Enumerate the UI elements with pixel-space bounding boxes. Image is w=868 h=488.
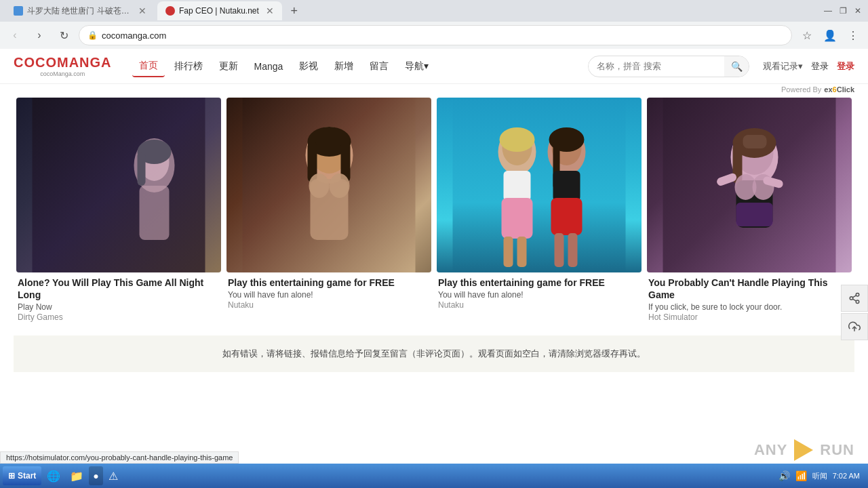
url-status-text: https://hotsimulator.com/you-probably-ca… [6,453,233,462]
ad-image-svg-3 [437,98,642,272]
ad-title-3: Play this entertaining game for FREE [438,277,640,289]
ad-card-4[interactable]: You Probably Can't Handle Playing This G… [644,95,854,329]
exoclick-logo: ex6Click [824,85,854,94]
ad-card-3[interactable]: Play this entertaining game for FREE You… [434,95,644,329]
ad-subtitle-3: You will have fun alone! [438,290,640,300]
svg-rect-2 [140,186,170,240]
chrome-icon: ● [93,470,98,481]
share-icon-button[interactable] [841,285,868,312]
nav-ranking[interactable]: 排行榜 [167,56,210,77]
windows-icon: ⊞ [8,471,15,481]
search-bar: 🔍 [588,56,749,77]
alert-icon: ⚠ [108,470,118,483]
ad-text-4: You Probably Can't Handle Playing This G… [647,272,852,326]
powered-by-bar: Powered By ex6Click [0,84,868,95]
ad-text-1: Alone? You Will Play This Game All Night… [16,272,221,326]
nav-guide[interactable]: 导航▾ [398,56,435,77]
ad-subtitle-4: If you click, be sure to lock your door. [648,302,850,312]
upload-icon [848,321,861,333]
language-indicator: 听闻 [812,471,827,481]
title-bar: 斗罗大陆 绝世唐门 斗破苍穹 星武神殿 ✕ Fap CEO | Nutaku.n… [0,0,868,22]
tab-active[interactable]: Fap CEO | Nutaku.net ✕ [157,1,282,20]
ad-subtitle-1: Play Now [18,302,220,312]
taskbar-explorer[interactable]: 📁 [66,466,87,485]
svg-line-47 [852,296,856,298]
nav-update[interactable]: 更新 [212,56,245,77]
ad-title-2: Play this entertaining game for FREE [228,277,430,289]
ad-image-svg-4 [647,98,852,272]
watch-history-link[interactable]: 观看记录▾ [763,60,803,73]
lock-icon: 🔒 [87,30,98,40]
bottom-notice: 如有错误，请将链接、报错信息给予回复至留言（非评论页面）。观看页面如空白，请清除… [14,336,854,372]
nav-new[interactable]: 新增 [328,56,360,77]
volume-icon[interactable]: 🔊 [778,470,790,481]
register-button[interactable]: 登录 [837,60,854,73]
ad-text-3: Play this entertaining game for FREE You… [437,272,642,314]
ad-image-svg-1 [16,98,221,272]
tab-bar: 斗罗大陆 绝世唐门 斗破苍穹 星武神殿 ✕ Fap CEO | Nutaku.n… [5,1,304,20]
refresh-button[interactable]: ↻ [54,26,73,45]
ad-card-2[interactable]: Play this entertaining game for FREE You… [224,95,434,329]
svg-point-45 [856,300,859,304]
start-button[interactable]: ⊞ Start [3,466,41,485]
nav-home[interactable]: 首页 [132,56,165,77]
search-input[interactable] [589,61,724,71]
ad-title-4: You Probably Can't Handle Playing This G… [648,277,850,301]
account-icon[interactable]: 👤 [821,26,840,45]
nav-message[interactable]: 留言 [363,56,395,77]
powered-by-label: Powered By [781,85,821,94]
address-box[interactable]: 🔒 cocomanga.com [79,25,792,45]
svg-rect-20 [502,198,533,239]
site-nav-links: 首页 排行榜 更新 Manga 影视 新增 留言 导航▾ [132,56,436,77]
bottom-notice-text: 如有错误，请将链接、报错信息给予回复至留言（非评论页面）。观看页面如空白，请清除… [222,348,646,359]
tab-close-2[interactable]: ✕ [266,5,274,16]
tab-title-1: 斗罗大陆 绝世唐门 斗破苍穹 星武神殿 [27,5,132,17]
ad-title-1: Alone? You Will Play This Game All Night… [18,277,220,301]
svg-point-44 [850,297,853,300]
maximize-button[interactable]: ❐ [838,6,848,16]
address-bar-row: ‹ › ↻ 🔒 cocomanga.com ☆ 👤 ⋮ [0,22,868,49]
svg-rect-40 [736,203,773,226]
tab-title-2: Fap CEO | Nutaku.net [179,6,259,16]
svg-rect-27 [553,171,580,201]
bookmark-icon[interactable]: ☆ [797,26,816,45]
new-tab-button[interactable]: + [285,1,304,20]
toolbar-right: ☆ 👤 ⋮ [797,26,863,45]
svg-rect-22 [517,237,527,267]
svg-point-14 [330,174,350,198]
close-button[interactable]: ✕ [853,6,863,16]
svg-rect-30 [568,233,578,267]
search-button[interactable]: 🔍 [724,56,749,77]
browser-chrome: 斗罗大陆 绝世唐门 斗破苍穹 星武神殿 ✕ Fap CEO | Nutaku.n… [0,0,868,49]
minimize-button[interactable]: — [823,6,833,16]
ad-image-4 [647,98,852,272]
svg-rect-5 [138,152,146,186]
taskbar-ie[interactable]: 🌐 [43,466,64,485]
taskbar-chrome[interactable]: ● [89,466,102,485]
back-button[interactable]: ‹ [5,26,24,45]
svg-point-43 [856,293,859,297]
forward-button[interactable]: › [30,26,49,45]
nav-video[interactable]: 影视 [292,56,325,77]
ad-source-1: Dirty Games [18,312,220,322]
menu-icon[interactable]: ⋮ [844,26,863,45]
site-logo[interactable]: COCOMANGA cocoManga.com [14,55,112,77]
start-label: Start [18,471,36,481]
svg-point-18 [500,127,535,152]
svg-rect-0 [33,98,205,272]
network-icon[interactable]: 📶 [795,470,807,481]
svg-rect-15 [453,98,626,272]
taskbar-alert[interactable]: ⚠ [104,466,122,485]
ad-card-1[interactable]: Alone? You Will Play This Game All Night… [14,95,224,329]
upload-icon-button[interactable] [841,313,868,340]
svg-line-46 [852,299,856,301]
tab-inactive[interactable]: 斗罗大陆 绝世唐门 斗破苍穹 星武神殿 ✕ [5,1,155,20]
logo-coco: COCO [14,55,57,70]
ad-image-3 [437,98,642,272]
login-button[interactable]: 登录 [811,60,829,73]
tab-close-1[interactable]: ✕ [138,5,146,16]
share-icon [848,292,861,304]
svg-rect-21 [504,237,513,267]
system-time: 7:02 AM [833,472,860,480]
nav-manga[interactable]: Manga [248,57,290,76]
